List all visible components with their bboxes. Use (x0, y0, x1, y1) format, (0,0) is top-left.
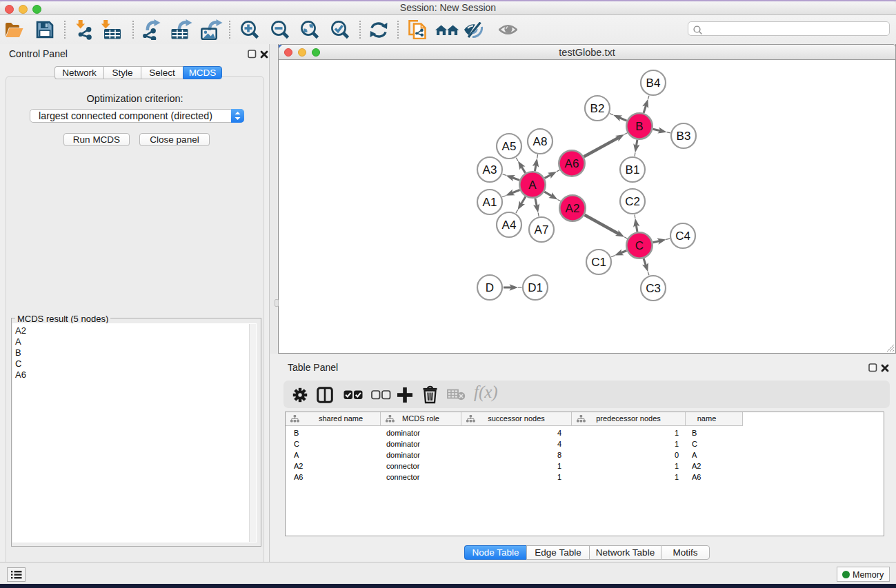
svg-text:A2: A2 (566, 202, 580, 215)
svg-text:B: B (635, 120, 643, 133)
svg-text:A3: A3 (483, 163, 497, 176)
svg-text:A7: A7 (535, 223, 549, 236)
svg-text:C: C (635, 239, 644, 252)
svg-text:A6: A6 (565, 157, 579, 170)
svg-text:A4: A4 (502, 219, 517, 232)
svg-text:A8: A8 (533, 135, 548, 148)
svg-text:C4: C4 (675, 230, 690, 243)
svg-text:B1: B1 (626, 163, 640, 176)
svg-text:A: A (528, 179, 537, 192)
svg-text:B3: B3 (677, 130, 691, 143)
svg-text:C2: C2 (625, 195, 640, 208)
svg-text:D1: D1 (528, 281, 543, 294)
svg-text:D: D (486, 281, 494, 294)
svg-text:B4: B4 (646, 77, 661, 90)
svg-text:B2: B2 (590, 102, 605, 115)
svg-text:C1: C1 (591, 256, 606, 269)
svg-text:A5: A5 (502, 140, 517, 153)
svg-text:A1: A1 (483, 196, 497, 209)
svg-text:C3: C3 (646, 282, 661, 295)
